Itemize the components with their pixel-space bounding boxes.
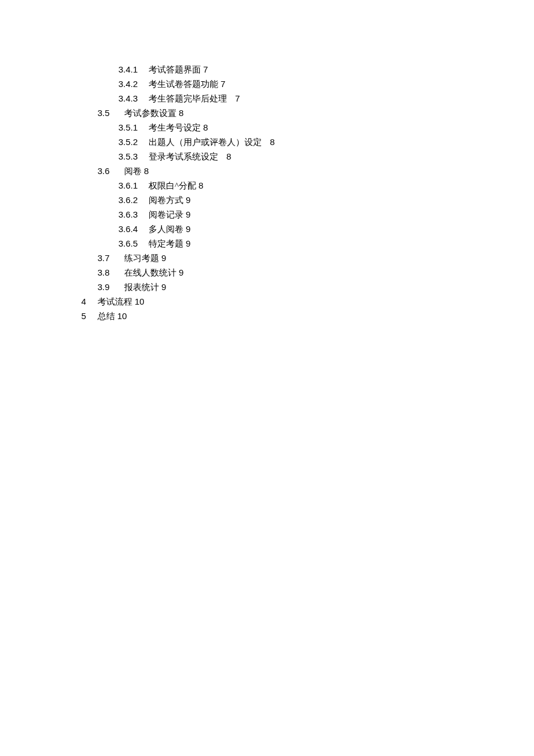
toc-entry: 3.6.3阅卷记录9	[81, 208, 534, 222]
toc-title: 考试参数设置	[124, 108, 176, 118]
table-of-contents: 3.4.1考试答题界面73.4.2考生试卷答题功能73.4.3考生答题完毕后处理…	[81, 63, 534, 323]
toc-number: 3.6.3	[118, 208, 149, 222]
toc-entry: 3.6.2阅卷方式9	[81, 193, 534, 207]
toc-page: 9	[186, 195, 190, 205]
toc-title: 练习考题	[124, 254, 159, 263]
toc-entry: 3.7练习考题9	[81, 251, 534, 265]
toc-page: 9	[186, 238, 190, 248]
toc-number: 3.4.2	[118, 77, 149, 91]
toc-title: 出题人（用户或评卷人）设定	[149, 138, 262, 147]
toc-page: 8	[144, 166, 149, 176]
toc-number: 3.8	[98, 266, 124, 280]
toc-number: 4	[81, 295, 98, 309]
toc-entry: 3.5.2出题人（用户或评卷人）设定8	[81, 135, 534, 149]
toc-page: 7	[235, 93, 240, 103]
toc-title: 阅卷记录	[149, 210, 183, 219]
toc-page: 10	[135, 296, 145, 306]
toc-entry: 3.9报表统计9	[81, 280, 534, 294]
toc-number: 3.6.4	[118, 222, 149, 236]
toc-page: 10	[117, 311, 127, 321]
toc-number: 3.6.5	[118, 237, 149, 251]
toc-title: 多人阅卷	[149, 225, 183, 234]
toc-page: 9	[179, 267, 183, 277]
toc-number: 3.9	[98, 280, 124, 294]
toc-page: 8	[179, 108, 183, 118]
toc-page: 7	[221, 79, 225, 89]
toc-entry: 3.4.3考生答题完毕后处理7	[81, 92, 534, 106]
toc-entry: 3.5.1考生考号设定8	[81, 121, 534, 135]
toc-entry: 3.6.4多人阅卷9	[81, 222, 534, 236]
toc-entry: 3.6.5特定考题9	[81, 237, 534, 251]
toc-number: 3.5.1	[118, 121, 149, 135]
toc-number: 3.6	[98, 164, 124, 178]
toc-title: 考试流程	[98, 297, 132, 306]
toc-number: 5	[81, 309, 98, 323]
toc-entry: 3.5考试参数设置8	[81, 106, 534, 120]
toc-title: 总结	[98, 312, 115, 321]
toc-page: 7	[203, 64, 208, 74]
toc-title: 报表统计	[124, 283, 159, 292]
toc-number: 3.7	[98, 251, 124, 265]
toc-entry: 3.4.2考生试卷答题功能7	[81, 77, 534, 91]
toc-entry: 3.4.1考试答题界面7	[81, 63, 534, 77]
toc-page: 9	[161, 282, 166, 292]
toc-number: 3.4.1	[118, 63, 149, 77]
toc-number: 3.6.1	[118, 179, 149, 193]
toc-entry: 3.6.1权限白^分配8	[81, 179, 534, 193]
toc-number: 3.4.3	[118, 92, 149, 106]
toc-page: 9	[186, 224, 190, 234]
toc-page: 9	[186, 209, 190, 219]
toc-page: 8	[203, 122, 208, 132]
toc-page: 8	[226, 151, 231, 161]
toc-number: 3.6.2	[118, 193, 149, 207]
toc-entry: 5总结10	[81, 309, 534, 323]
toc-title: 考生试卷答题功能	[149, 79, 218, 89]
toc-entry: 4考试流程10	[81, 295, 534, 309]
toc-page: 9	[161, 253, 166, 263]
toc-title: 登录考试系统设定	[149, 152, 218, 161]
toc-number: 3.5	[98, 106, 124, 120]
toc-title: 在线人数统计	[124, 268, 176, 277]
toc-entry: 3.6阅卷8	[81, 164, 534, 178]
toc-title: 阅卷方式	[149, 196, 183, 205]
toc-entry: 3.5.3登录考试系统设定8	[81, 150, 534, 164]
toc-title: 特定考题	[149, 239, 183, 248]
toc-title: 权限白^分配	[149, 181, 196, 190]
toc-title: 考生考号设定	[149, 123, 201, 132]
toc-page: 8	[199, 180, 203, 190]
toc-page: 8	[270, 137, 275, 147]
toc-title: 考生答题完毕后处理	[149, 94, 227, 103]
toc-number: 3.5.3	[118, 150, 149, 164]
toc-number: 3.5.2	[118, 135, 149, 149]
toc-entry: 3.8在线人数统计9	[81, 266, 534, 280]
toc-title: 阅卷	[124, 167, 142, 176]
toc-title: 考试答题界面	[149, 65, 201, 74]
